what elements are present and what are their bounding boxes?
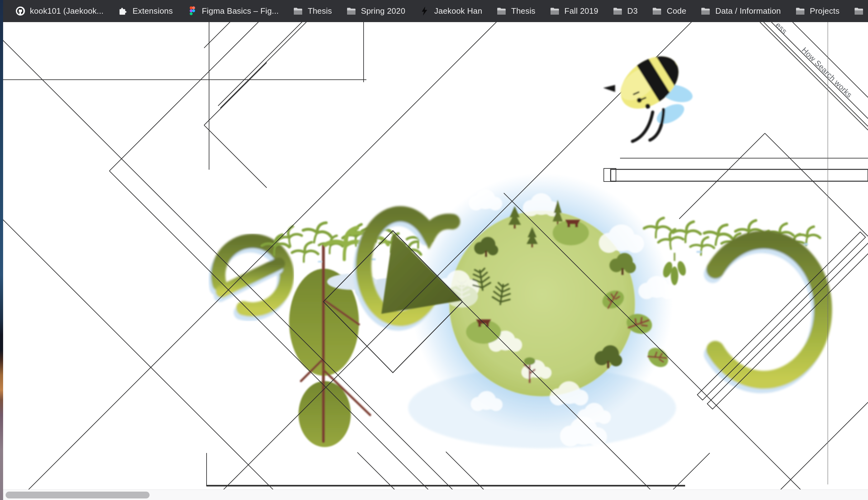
bookmark-item[interactable]: Thesis	[286, 0, 339, 22]
folder-icon	[613, 6, 623, 16]
bookmark-item[interactable]: kook101 (Jaekook...	[8, 0, 111, 22]
folder-icon	[550, 6, 560, 16]
horizontal-scrollbar-thumb[interactable]	[5, 492, 149, 498]
bookmark-item[interactable]: Jaekook Han	[412, 0, 489, 22]
folder-icon	[346, 6, 356, 16]
bookmark-item[interactable]: Thesis	[489, 0, 543, 22]
bookmarks-bar: kook101 (Jaekook... Extensions Figma Bas…	[0, 0, 868, 22]
desktop-edge-strip	[0, 0, 3, 500]
folder-icon	[701, 6, 711, 16]
figma-icon	[187, 6, 197, 16]
bee-icon[interactable]	[603, 42, 694, 141]
bookmark-item[interactable]: D3	[605, 0, 645, 22]
folder-icon	[293, 6, 303, 16]
bookmark-item[interactable]: Figma Basics – Fig...	[180, 0, 286, 22]
folder-icon	[652, 6, 662, 16]
folder-icon	[854, 6, 864, 16]
folder-icon	[497, 6, 507, 16]
bookmark-item[interactable]: Extensions	[111, 0, 180, 22]
bookmark-item[interactable]: Projects	[788, 0, 847, 22]
github-icon	[15, 6, 25, 16]
extensions-puzzle-icon	[118, 6, 128, 16]
bookmark-item[interactable]: Fall 2019	[543, 0, 606, 22]
horizontal-scrollbar-track[interactable]	[3, 489, 868, 500]
lightning-icon	[420, 6, 430, 16]
bookmark-item[interactable]: Spring 2020	[339, 0, 412, 22]
bookmark-item[interactable]: Data / Information	[693, 0, 788, 22]
bookmark-item[interactable]: Code	[645, 0, 693, 22]
folder-icon	[795, 6, 805, 16]
bookmark-item[interactable]: Life in US	[847, 0, 868, 22]
browser-window: ess How Search works kook101 (Jaekook...…	[0, 0, 868, 500]
